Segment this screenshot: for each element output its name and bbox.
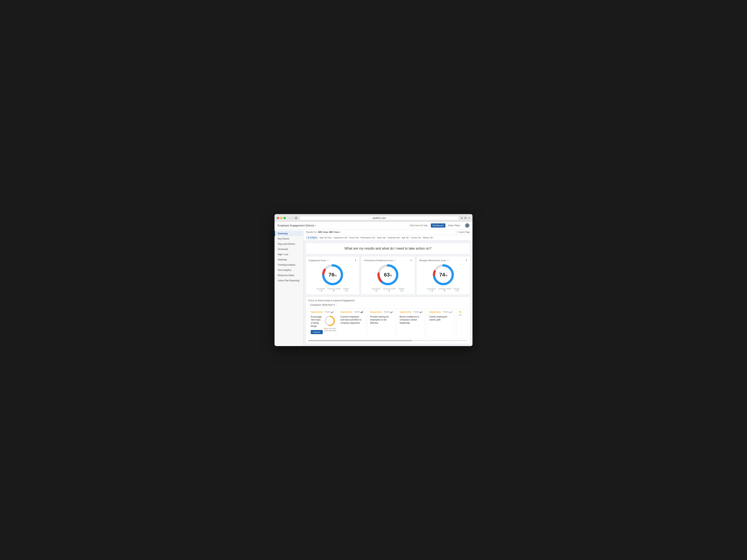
opp2-label: Opportunity	[340, 311, 352, 313]
question-banner: What are my results and what do I need t…	[306, 243, 470, 254]
opp3-text: Provide training for employees to be eff…	[370, 315, 393, 325]
opp1-score-labels: 52% Your Score 81% World Norm	[324, 328, 337, 332]
scroll-thumb[interactable]	[308, 340, 412, 341]
performance-score-card: Performance Enablement Score ⓘ ⬇	[361, 257, 414, 294]
main-layout: Summary Key Drivers Org Level Drivers Sc…	[275, 230, 472, 346]
performance-score-title: Performance Enablement Score ⓘ	[364, 259, 396, 262]
filter-performance[interactable]: Performance: All ▾	[360, 237, 375, 239]
sidebar-item-summary[interactable]: Summary	[275, 231, 303, 236]
opp3-label: Opportunity	[370, 311, 382, 313]
sidebar-item-trending-analysis[interactable]: Trending Analysis	[275, 262, 303, 267]
opp5-impact: Impact	[443, 311, 452, 313]
traffic-light-maximize[interactable]	[283, 217, 286, 219]
manager-score-value: 74%	[439, 272, 447, 278]
opp4-impact-bars	[420, 311, 422, 313]
opportunity-card-6-partial: Op... Inv...	[457, 309, 468, 338]
opp5-impact-bars	[449, 311, 452, 313]
content-header: Results For: ABC Corp: ABC Corp ▾ 📄 Expo…	[304, 230, 472, 235]
traffic-light-close[interactable]	[277, 217, 279, 219]
engagement-score-title: Engagement Score ⓘ	[309, 259, 329, 262]
engagement-score-value: 76%	[329, 272, 337, 278]
opp5-text: Clarify employees' career path	[429, 315, 452, 322]
app-title-text: Employee Engagement (Demo)	[278, 224, 314, 227]
sidebar-item-high-low[interactable]: High / Low	[275, 252, 303, 257]
opp4-label: Opportunity	[400, 311, 411, 313]
app-header-right: Click here for help Dashboard Action Pla…	[410, 223, 469, 228]
opp1-improve-button[interactable]: Improve	[311, 330, 323, 334]
header-nav: Dashboard Action Plans	[431, 223, 462, 228]
comparison-dropdown[interactable]: Comparison: World Norm ▾	[308, 303, 337, 307]
opp1-impact-bars	[331, 311, 334, 313]
app-header: Employee Engagement (Demo) ▾ Click here …	[275, 222, 472, 230]
nav-action-plans[interactable]: Action Plans	[446, 223, 462, 228]
share-button[interactable]: ⬆	[461, 216, 463, 220]
filter-icon: ▼	[308, 237, 309, 239]
traffic-light-minimize[interactable]	[280, 217, 282, 219]
engagement-download-icon[interactable]: ⬇	[355, 259, 357, 262]
filter-tenure[interactable]: Tenure: All ▾	[349, 237, 359, 239]
opportunities-cards: Opportunity Impact	[308, 309, 468, 338]
sidebar-item-response-rates[interactable]: Response Rates	[275, 273, 303, 278]
opp3-impact: Impact	[384, 311, 393, 313]
manager-download-icon[interactable]: ⬇	[465, 259, 467, 262]
sidebar-toggle-button[interactable]: ⊞	[295, 216, 297, 220]
traffic-lights	[277, 217, 286, 219]
opportunity-card-1: Opportunity Impact	[308, 309, 336, 338]
results-company: ABC Corp: ABC Corp	[318, 231, 339, 233]
sidebar-item-heatmap[interactable]: Heatmap	[275, 257, 303, 262]
url-bar[interactable]: qualtrics.com	[300, 216, 459, 220]
engagement-info-icon[interactable]: ⓘ	[327, 259, 329, 262]
manager-info-icon[interactable]: ⓘ	[447, 259, 449, 262]
forward-button[interactable]: ›	[291, 216, 293, 220]
filter-department[interactable]: Department: All ▾	[334, 237, 347, 239]
opportunities-section: Focus on these Areas to Improve Engageme…	[306, 297, 470, 344]
opp4-impact: Impact	[413, 311, 422, 313]
sidebar-item-org-level-drivers[interactable]: Org Level Drivers	[275, 241, 303, 247]
results-for: Results For: ABC Corp: ABC Corp ▾	[306, 231, 341, 233]
opp2-impact-bars	[360, 311, 363, 313]
filter-topics[interactable]: Topics: All ▾	[377, 237, 386, 239]
sidebar-item-scorecard[interactable]: Scorecard	[275, 247, 303, 252]
performance-download-icon[interactable]: ⬇	[410, 259, 412, 262]
engagement-score-card: Engagement Score ⓘ ⬇	[306, 257, 359, 294]
question-text: What are my results and what do I need t…	[344, 247, 431, 250]
opp2-text: Connect employee and team priorities to …	[340, 315, 363, 325]
score-cards-row: Engagement Score ⓘ ⬇	[306, 257, 470, 294]
nav-dashboard[interactable]: Dashboard	[431, 223, 445, 228]
app-title: Employee Engagement (Demo) ▾	[278, 224, 316, 227]
filter-age[interactable]: Age: All ▾	[402, 237, 409, 239]
export-page-button[interactable]: 📄 Export Page	[455, 231, 470, 233]
opp6-label: Op...	[459, 311, 465, 313]
opp5-label: Opportunity	[429, 311, 441, 313]
engagement-donut: 76%	[321, 264, 344, 286]
browser-actions: ⬆ ⧉ +	[461, 216, 470, 220]
sidebar-item-text-analytics[interactable]: Text Analytics	[275, 267, 303, 273]
sidebar-item-action-plan-reporting[interactable]: Action Plan Reporting	[275, 278, 303, 283]
app-title-dropdown-arrow[interactable]: ▾	[315, 224, 316, 226]
new-tab-button[interactable]: +	[468, 216, 470, 220]
filter-attrition[interactable]: Attrition: All ▾	[423, 237, 433, 239]
browser-window: ‹ › ⊞ qualtrics.com ⬆ ⧉ + Employee Engag…	[275, 214, 472, 346]
browser-nav-buttons: ‹ ›	[288, 216, 293, 220]
avatar: 👤	[465, 223, 469, 228]
duplicate-button[interactable]: ⧉	[464, 216, 466, 220]
performance-info-icon[interactable]: ⓘ	[394, 259, 396, 262]
results-company-dropdown[interactable]: ▾	[339, 231, 341, 233]
export-icon: 📄	[455, 231, 458, 233]
opp2-impact: Impact	[354, 311, 363, 313]
opp1-impact: Impact	[325, 311, 334, 313]
filter-date[interactable]: Date: All Time ▾	[319, 237, 332, 239]
opp1-text: Encourage new ways of doing things	[311, 315, 323, 328]
filter-sentiment[interactable]: Sentiment: All ▾	[388, 237, 400, 239]
manager-legend: Last Period ▲3 Company Overall 0 Industr…	[419, 288, 467, 292]
filter-country[interactable]: Country: All ▾	[411, 237, 421, 239]
help-link[interactable]: Click here for help	[410, 224, 428, 227]
opportunity-card-2: Opportunity Impact	[338, 309, 366, 338]
opp6-text: Inv...	[459, 314, 465, 316]
opp1-label: Opportunity	[311, 311, 323, 313]
sidebar-item-key-drivers[interactable]: Key Drivers	[275, 236, 303, 241]
opp4-text: Boost confidence in company's senior lea…	[400, 315, 422, 325]
back-button[interactable]: ‹	[288, 216, 290, 220]
performance-donut: 63%	[377, 264, 399, 286]
filter-badge[interactable]: ▼ 9 Filters	[306, 236, 318, 239]
